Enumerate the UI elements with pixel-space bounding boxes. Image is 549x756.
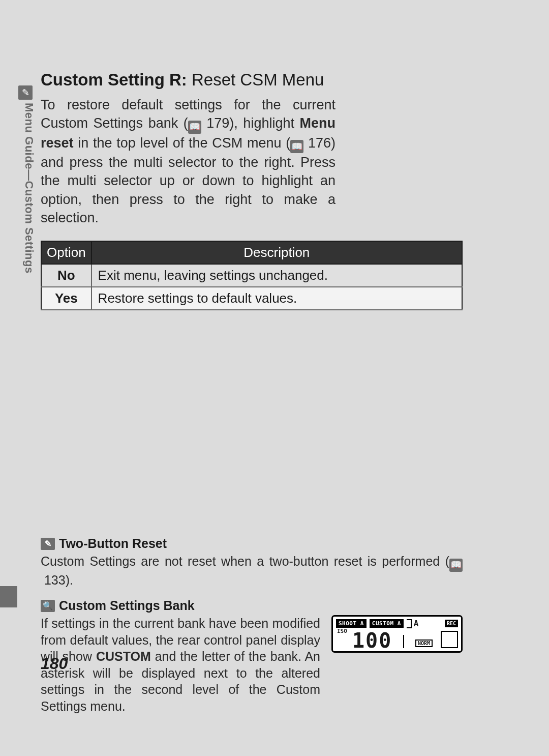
note2-custom-bold: CUSTOM	[96, 649, 151, 663]
note1-text-a: Custom Settings are not reset when a two…	[41, 554, 449, 568]
bracket-icon	[407, 619, 412, 628]
lcd-divider	[403, 635, 404, 648]
pencil-icon: ✎	[41, 538, 55, 550]
intro-paragraph: To restore default settings for the curr…	[41, 96, 336, 227]
page-ref-icon: 📖	[449, 559, 463, 572]
note2-head: 🔍 Custom Settings Bank	[41, 598, 463, 613]
note1-refpage: 133	[44, 573, 66, 587]
ref1-page: 179	[206, 115, 229, 131]
shoot-tag: SHOOT A	[336, 619, 367, 628]
magnifier-icon: 🔍	[41, 600, 55, 612]
note1-title: Two-Button Reset	[59, 536, 167, 551]
page-content: Custom Setting R: Reset CSM Menu To rest…	[20, 70, 463, 310]
col-description: Description	[92, 241, 462, 264]
ref-glyph: 📖	[450, 559, 462, 571]
table-row: No Exit menu, leaving settings unchanged…	[41, 264, 462, 287]
page-number: 180	[41, 654, 68, 673]
heading-bold: Custom Setting R:	[41, 70, 187, 89]
option-cell: No	[41, 264, 92, 287]
rec-tag: REC	[445, 620, 458, 627]
note1-text-b: ).	[66, 573, 73, 587]
ref-glyph: 📖	[291, 140, 302, 153]
desc-cell: Exit menu, leaving settings unchanged.	[92, 264, 462, 287]
page-ref-icon: 📖	[290, 140, 303, 153]
note2-title: Custom Settings Bank	[59, 598, 195, 613]
col-option: Option	[41, 241, 92, 264]
card-icon	[441, 631, 458, 648]
bank-letter: A	[414, 619, 419, 628]
heading-light: Reset CSM Menu	[192, 70, 324, 89]
notes-section: ✎ Two-Button Reset Custom Settings are n…	[41, 536, 463, 714]
note2-body: If settings in the current bank have bee…	[41, 615, 320, 714]
iso-value: 100	[352, 629, 392, 652]
options-table: Option Description No Exit menu, leaving…	[41, 241, 463, 310]
ref-glyph: 📖	[189, 121, 200, 133]
intro-part2: ), highlight	[229, 115, 299, 131]
lcd-panel-illustration: SHOOT A CUSTOM A A REC ISO 100 NORM	[331, 615, 463, 653]
icon-glyph: 🔍	[43, 601, 53, 610]
iso-label: ISO	[337, 628, 347, 634]
note1-body: Custom Settings are not reset when a two…	[41, 553, 463, 588]
option-cell: Yes	[41, 287, 92, 310]
ref2-page: 176	[308, 135, 331, 151]
note1-head: ✎ Two-Button Reset	[41, 536, 463, 551]
page-edge-tab	[0, 586, 17, 607]
section-heading: Custom Setting R: Reset CSM Menu	[41, 70, 463, 90]
page-ref-icon: 📖	[188, 121, 201, 134]
intro-part3: in the top level of the CSM menu (	[74, 135, 291, 151]
icon-glyph: ✎	[45, 539, 51, 548]
desc-cell: Restore settings to default values.	[92, 287, 462, 310]
custom-tag: CUSTOM A	[370, 619, 404, 628]
note2-block: If settings in the current bank have bee…	[41, 615, 463, 714]
norm-tag: NORM	[415, 639, 433, 647]
table-row: Yes Restore settings to default values.	[41, 287, 462, 310]
